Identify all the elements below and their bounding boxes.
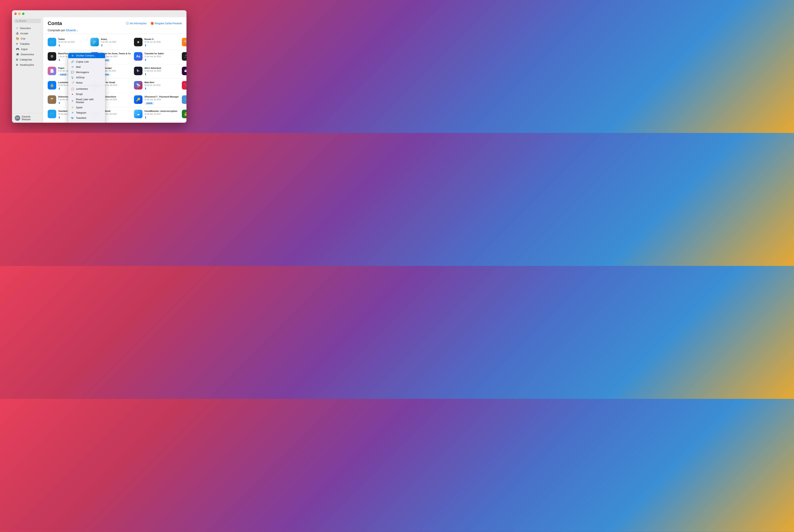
list-item[interactable]: 🪶 Lightweight PDF 6 de fev. de 2019 ⬇ [180, 79, 187, 93]
ctx-icon-copiar: 🔗 [71, 60, 74, 63]
ctx-item-mais[interactable]: ···Mais... [68, 121, 105, 123]
ctx-item-copiar-link[interactable]: 🔗Copiar Link [68, 59, 105, 64]
ctx-item-droplr[interactable]: ●Droplr [68, 92, 105, 97]
app-icon: 💪 [182, 110, 187, 118]
list-item[interactable]: 🔑 1Password 7 - Password Manager 22 de m… [132, 93, 180, 107]
app-date: 22 de mai. de 2018 [145, 98, 179, 100]
list-item[interactable]: 🎵 Cosmicast 10 de abr. de 2020 ⬇ [180, 50, 187, 64]
app-name: Translate for Safari [145, 52, 179, 55]
ctx-item-tweetbot[interactable]: 🐦Tweetbot [68, 115, 105, 120]
app-info: Reeder 5. 16 de out. de 2020 ⬇ [145, 38, 179, 47]
resgatar-label: Resgatar Cartão-Presente [155, 22, 182, 25]
ctx-icon-ocultar: ⊘ [71, 54, 74, 57]
list-item[interactable]: Aa Translate for Safari 11 de mai. de 20… [132, 50, 180, 64]
app-icon: 🎵 [182, 52, 187, 61]
ctx-item-mail[interactable]: ✉Mail [68, 64, 105, 70]
list-item[interactable]: ★ Reeder 5. 16 de out. de 2020 ⬇ [132, 36, 180, 50]
sidebar-item-crie[interactable]: 🎨Crie [13, 36, 42, 41]
list-item[interactable]: 🔍 ImageSearch for Safari 9 de set. de 20… [180, 36, 187, 50]
user-filter-link[interactable]: Eduardo [66, 29, 76, 32]
sidebar-item-desenvolva[interactable]: 💻Desenvolva [13, 52, 42, 57]
ctx-item-telegram[interactable]: ✈Telegram [68, 110, 105, 115]
ctx-icon-mail: ✉ [71, 65, 74, 69]
titlebar [12, 10, 187, 17]
app-icon: ⛷ [134, 66, 143, 75]
fullscreen-button[interactable] [22, 13, 24, 15]
gift-icon: 🎁 [150, 22, 154, 25]
app-info: Ka-Block! 23 de fev. de 2018 ⬇ [101, 110, 131, 119]
open-button[interactable]: ABRIR [58, 73, 68, 76]
ctx-label-mail: Mail [76, 65, 81, 69]
sidebar-label-categorias: Categorias [20, 58, 32, 61]
ctx-item-mensagens[interactable]: 💬Mensagens [68, 70, 105, 75]
list-item[interactable]: 📡 Web Alert 24 de jun. de 2019 ⬇ [132, 79, 180, 93]
app-icon: 🔑 [134, 95, 143, 104]
sidebar-icon-desenvolva: 💻 [16, 53, 19, 56]
ctx-item-lembretes[interactable]: 📋Lembretes [68, 86, 105, 92]
app-icon: 📡 [134, 81, 143, 90]
list-item[interactable]: ☁ CloudMounter: cloud encryption 14 de d… [132, 107, 180, 122]
ctx-label-ocultar: Ocultar Compra... [76, 54, 96, 57]
minimize-button[interactable] [18, 13, 21, 15]
download-icon[interactable]: ⬇ [101, 44, 131, 47]
open-button[interactable]: ABRIR [145, 102, 154, 105]
ver-informacoes-button[interactable]: ⓘ Ver Informações [126, 22, 147, 25]
download-icon[interactable]: ⬇ [101, 101, 131, 104]
ctx-item-notas[interactable]: 📝Notas [68, 80, 105, 85]
download-icon[interactable]: ⬇ [145, 58, 179, 61]
download-icon[interactable]: ⬇ [145, 116, 179, 119]
sidebar-item-arcade[interactable]: 🕹Arcade [13, 31, 42, 36]
search-box[interactable]: 🔍 Buscar [14, 19, 41, 23]
app-icon: 📦 [48, 95, 56, 104]
app-date: 18 de mai. de 2020 [101, 55, 131, 58]
ctx-item-spark[interactable]: ⚡Spark [68, 105, 105, 110]
comprado-label: Comprado por Eduardo ⌄ [48, 29, 78, 32]
ctx-icon-readlater: ★ [71, 99, 74, 102]
list-item[interactable]: 💪 SmartGym: com Treinos em Casa 14 de de… [180, 107, 187, 122]
sidebar-icon-jogue: 🎮 [16, 48, 19, 51]
app-grid: 🐦 Twitter 10 de mar. de 2021 ⬇ ··· 🕊 Avi… [46, 36, 183, 122]
app-date: 17 de mar. de 2020 [145, 70, 179, 72]
sidebar-item-jogue[interactable]: 🎮Jogue [13, 46, 42, 52]
dropdown-arrow[interactable]: ⌄ [76, 29, 78, 32]
sidebar-label-descubra: Descubra [20, 27, 31, 30]
app-name: Alto's Adventure [145, 66, 179, 69]
download-icon[interactable]: ⬇ [101, 87, 131, 90]
header-actions: ⓘ Ver Informações 🎁 Resgatar Cartão-Pres… [126, 22, 182, 25]
app-icon: 🐦 [182, 95, 187, 104]
download-icon[interactable]: ⬇ [58, 44, 87, 47]
more-button[interactable]: ··· [84, 38, 88, 42]
list-item[interactable]: 🐦 Twitter 10 de mar. de 2021 ⬇ ··· [46, 36, 89, 50]
app-icon: 🪶 [182, 81, 187, 90]
download-icon[interactable]: ⬇ [145, 73, 179, 76]
download-icon[interactable]: ⬇ [145, 44, 179, 47]
ctx-item-airdrop[interactable]: 📡AirDrop [68, 75, 105, 80]
list-item[interactable]: ⛷ Alto's Adventure 17 de mar. de 2020 ⬇ [132, 64, 180, 79]
page-title: Conta [48, 20, 62, 26]
app-info: Alto's Adventure 17 de mar. de 2020 ⬇ [145, 66, 179, 76]
separator2 [68, 86, 105, 86]
sidebar-label-trabalhe: Trabalhe [20, 42, 30, 45]
search-icon: 🔍 [16, 20, 18, 22]
close-button[interactable] [14, 13, 17, 15]
sidebar-item-descubra[interactable]: ☆Descubra [13, 25, 42, 31]
resgatar-button[interactable]: 🎁 Resgatar Cartão-Presente [150, 22, 182, 25]
ctx-icon-droplr: ● [71, 93, 74, 96]
list-item[interactable]: 🐦 Tweetbot 3 for Twitter 21 de mai. de 2… [180, 93, 187, 107]
ctx-item-ocultar[interactable]: ⊘Ocultar Compra... [68, 53, 105, 58]
download-icon[interactable]: ⬇ [145, 87, 179, 90]
sidebar-item-trabalhe[interactable]: ✈Trabalhe [13, 41, 42, 46]
app-window: 🔍 Buscar ☆Descubra🕹Arcade🎨Crie✈Trabalhe🎮… [12, 10, 187, 123]
app-icon: 🕊 [90, 38, 99, 46]
sidebar-item-categorias[interactable]: ⊞Categorias [13, 57, 42, 62]
sidebar-user[interactable]: EM Eduardo Marques [12, 113, 43, 123]
sidebar-item-atualizacoes[interactable]: ⊕Atualizações [13, 62, 42, 67]
app-icon: 🏔 [182, 66, 187, 75]
list-item[interactable]: 🕊 Aviary 4 de dez. de 2020 ⬇ [89, 36, 132, 50]
sidebar-label-arcade: Arcade [20, 32, 28, 35]
list-item[interactable]: 🏔 Alto's Odyssey 17 de mar. de 2020 ⬇ [180, 64, 187, 79]
ctx-label-tweetbot: Tweetbot [76, 116, 86, 119]
ctx-label-spark: Spark [76, 106, 82, 109]
download-icon[interactable]: ⬇ [101, 116, 131, 119]
ctx-item-readlater[interactable]: ★Read Later with Reeder [68, 97, 105, 105]
